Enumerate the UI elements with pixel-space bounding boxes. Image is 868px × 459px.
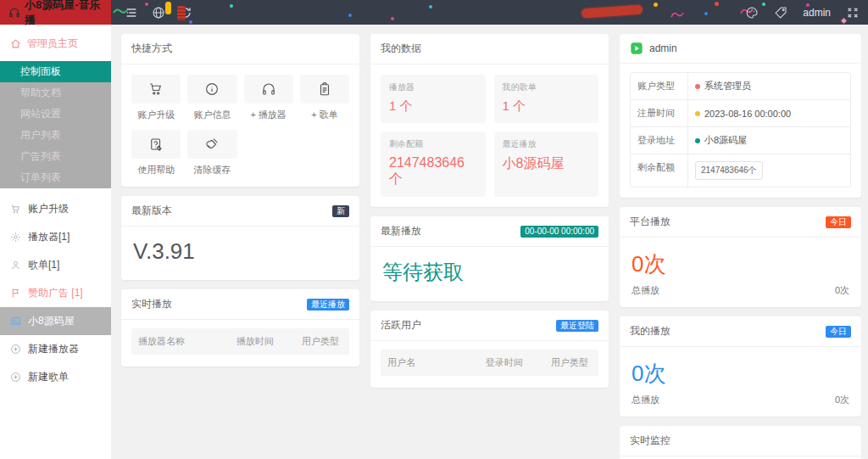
sidebar-item-help-docs[interactable]: 帮助文档 (0, 82, 111, 104)
sidebar-item-label: 新建播放器 (28, 342, 79, 356)
sidebar-item-ad-list[interactable]: 广告列表 (0, 146, 111, 167)
stat-value: 1 个 (503, 98, 591, 115)
avatar-icon (630, 42, 643, 55)
platform-play-card: 平台播放 今日 0次 总播放 0次 (620, 207, 861, 307)
shortcut-label: 清除缓存 (187, 164, 236, 176)
sidebar-item-new-playlist[interactable]: 新建歌单 (0, 363, 111, 391)
table-row: 登录地址 小8源码屋 (631, 127, 850, 154)
table-row: 剩余配额 2147483646个 (631, 154, 850, 187)
tag-icon[interactable] (774, 6, 787, 20)
account-table: 账户类型 系统管理员 注册时间 2023-08-16 00:00:00 登录地址… (630, 72, 851, 188)
shortcut-label: 使用帮助 (131, 164, 181, 176)
quota-tag: 2147483646个 (695, 161, 763, 180)
plus-circle-icon (10, 372, 21, 383)
stat-label: 最近播放 (503, 138, 591, 150)
total-play-value: 0次 (835, 284, 849, 297)
today-badge: 今日 (826, 216, 851, 228)
my-play-card: 我的播放 今日 0次 总播放 0次 (620, 316, 861, 417)
card-title: 快捷方式 (131, 42, 172, 56)
total-play-label: 总播放 (632, 394, 659, 406)
sidebar-item-players[interactable]: 播放器[1] (0, 223, 111, 251)
column-header: 登录时间 (479, 350, 544, 376)
status-dot (695, 138, 700, 143)
column-header: 用户名 (381, 350, 479, 376)
stat-quota: 剩余配额 2147483646 个 (381, 132, 486, 197)
sidebar-item-order-list[interactable]: 订单列表 (0, 167, 111, 188)
card-title: 实时监控 (630, 434, 670, 448)
row-label: 账户类型 (631, 73, 688, 99)
sidebar-item-new-player[interactable]: 新建播放器 (0, 335, 111, 363)
shortcut-add-player[interactable]: + 播放器 (244, 75, 293, 121)
shortcut-label: 账户信息 (187, 109, 236, 121)
shortcut-label: + 歌单 (300, 109, 349, 121)
table-header: 用户名 登录时间 用户类型 (381, 350, 598, 376)
sidebar-item-sponsor-ads[interactable]: 赞助广告 [1] (0, 279, 111, 307)
plus-circle-icon (10, 344, 21, 355)
sidebar-item-site-settings[interactable]: 网站设置 (0, 104, 111, 125)
card-title: 活跃用户 (381, 318, 421, 333)
shortcut-clear-cache[interactable]: 清除缓存 (187, 130, 236, 176)
help-doc-icon (148, 137, 164, 152)
card-title: 我的数据 (381, 42, 421, 56)
status-dot (695, 111, 700, 116)
confetti-decoration (429, 5, 432, 8)
top-navbar: admin (111, 0, 868, 25)
card-title: 实时播放 (131, 297, 172, 311)
gear-icon (10, 232, 21, 243)
sidebar-item-label: 歌单[1] (28, 258, 59, 272)
sidebar-item-user-list[interactable]: 用户列表 (0, 125, 111, 146)
shortcut-account-upgrade[interactable]: 账户升级 (131, 75, 181, 121)
confetti-decoration (230, 4, 233, 8)
total-play-value: 0次 (835, 394, 849, 406)
confetti-decoration (348, 14, 352, 17)
monitor-card: 实时监控 0% CPU使用率 0% 内存占用率(0/0) (620, 426, 861, 459)
card-title: 平台播放 (630, 215, 670, 229)
sidebar-item-label: 新建歌单 (28, 370, 69, 384)
row-value: 2023-08-16 00:00:00 (704, 109, 791, 119)
flag-icon (10, 288, 21, 299)
cart-icon (148, 81, 164, 97)
shortcut-add-playlist[interactable]: + 歌单 (300, 75, 349, 121)
realtime-play-card: 实时播放 最近播放 播放器名称 播放时间 用户类型 (121, 289, 359, 367)
theme-palette-icon[interactable] (745, 6, 759, 20)
sidebar-item-control-panel[interactable]: 控制面板 (0, 61, 111, 82)
refresh-icon[interactable] (179, 6, 192, 20)
active-users-card: 活跃用户 最近登陆 用户名 登录时间 用户类型 (370, 311, 609, 388)
sidebar-item-playlists[interactable]: 歌单[1] (0, 251, 111, 279)
my-play-value: 0次 (620, 347, 861, 394)
confetti-decoration (189, 20, 192, 24)
clipboard-icon (317, 81, 332, 97)
shortcuts-card: 快捷方式 账户升级 账户信息 + 播放器 + 歌单 (121, 34, 359, 187)
sidebar-item-label: 播放器[1] (28, 230, 70, 244)
info-icon (204, 81, 220, 97)
stat-players: 播放器 1 个 (381, 75, 486, 123)
brand-logo[interactable]: 小8源码屋-音乐播 (0, 0, 111, 25)
account-username: admin (649, 42, 677, 54)
navbar-username[interactable]: admin (803, 7, 831, 19)
sidebar-item-account-upgrade[interactable]: 账户升级 (0, 195, 111, 223)
clean-brush-icon (204, 137, 220, 152)
shortcut-help[interactable]: 使用帮助 (131, 130, 181, 176)
card-title: 我的播放 (630, 324, 670, 339)
column-header: 播放时间 (230, 328, 295, 355)
home-icon (10, 38, 21, 49)
table-header: 播放器名称 播放时间 用户类型 (131, 328, 349, 355)
shortcut-label: + 播放器 (244, 109, 293, 121)
stat-value: 小8源码屋 (503, 155, 591, 173)
latest-play-value: 等待获取 (370, 247, 609, 301)
sidebar-toggle-icon[interactable] (125, 6, 138, 20)
fullscreen-icon[interactable] (846, 6, 860, 20)
sidebar-item-site[interactable]: 小8源码屋 (0, 307, 111, 335)
total-play-row: 总播放 0次 (620, 394, 861, 417)
language-globe-icon[interactable] (152, 6, 165, 20)
shortcut-account-info[interactable]: 账户信息 (187, 75, 236, 121)
latest-version-card: 最新版本 新 V.3.91 (121, 196, 359, 280)
column-header: 用户类型 (295, 328, 349, 355)
sidebar-item-admin-home[interactable]: 管理员主页 (0, 25, 111, 61)
row-label: 剩余配额 (631, 154, 688, 187)
version-value: V.3.91 (121, 227, 359, 280)
confetti-decoration (581, 5, 643, 19)
image-icon (10, 316, 21, 327)
my-data-card: 我的数据 播放器 1 个 我的歌单 1 个 剩余配额 2147483646 个 … (370, 34, 609, 207)
today-badge: 今日 (826, 326, 851, 338)
